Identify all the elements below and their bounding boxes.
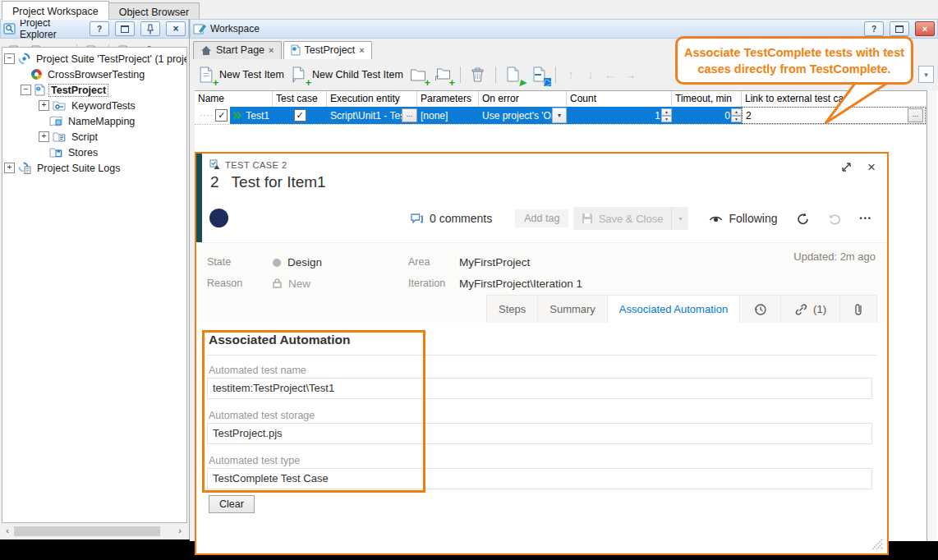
tab-label: Start Page bbox=[216, 44, 264, 56]
count-cell[interactable]: 1 ▲▼ bbox=[567, 107, 672, 124]
help-button[interactable]: ? bbox=[90, 21, 109, 36]
column-header-parameters[interactable]: Parameters bbox=[417, 91, 479, 108]
tab-links[interactable]: (1) bbox=[780, 295, 840, 323]
close-tab-icon[interactable]: × bbox=[269, 45, 274, 55]
tab-start-page[interactable]: Start Page × bbox=[193, 41, 282, 59]
spin-up-icon[interactable]: ▲ bbox=[731, 108, 742, 116]
area-value[interactable]: MyFirstProject bbox=[459, 256, 530, 269]
tree-item-project-suite-logs[interactable]: + Project Suite Logs bbox=[2, 160, 186, 176]
close-workspace-button[interactable]: × bbox=[915, 21, 935, 36]
spin-down-icon[interactable]: ▼ bbox=[661, 116, 672, 123]
column-header-on-error[interactable]: On error bbox=[479, 91, 567, 108]
move-right-button[interactable]: → bbox=[623, 67, 637, 81]
move-down-button[interactable]: ↓ bbox=[583, 67, 598, 81]
spin-up-icon[interactable]: ▲ bbox=[661, 108, 672, 116]
column-header-test-case[interactable]: Test case bbox=[273, 91, 327, 108]
tab-history[interactable] bbox=[739, 295, 781, 323]
tree-item-namemapping[interactable]: NameMapping bbox=[2, 113, 186, 129]
assignee-avatar[interactable] bbox=[209, 209, 228, 227]
new-group-button[interactable]: + bbox=[408, 65, 428, 85]
column-header-count[interactable]: Count bbox=[567, 91, 672, 108]
tab-object-browser[interactable]: Object Browser bbox=[108, 2, 200, 21]
move-up-button[interactable]: ↑ bbox=[563, 67, 578, 81]
new-test-item-button[interactable]: + New Test Item bbox=[196, 65, 284, 85]
browse-ellipsis-button[interactable]: ... bbox=[402, 108, 417, 122]
spin-down-icon[interactable]: ▼ bbox=[731, 116, 742, 123]
collapse-expander-icon[interactable]: − bbox=[4, 53, 15, 64]
collapse-expander-icon[interactable]: − bbox=[21, 85, 31, 95]
execution-entity-cell[interactable]: Script\Unit1 - Test1 ... bbox=[327, 107, 417, 124]
tab-project-workspace[interactable]: Project Workspace bbox=[2, 1, 109, 20]
delete-button[interactable] bbox=[468, 65, 488, 85]
tree-item-testproject[interactable]: − TestProject bbox=[2, 82, 186, 98]
close-tab-icon[interactable]: × bbox=[359, 45, 364, 55]
new-child-group-button[interactable]: + bbox=[433, 65, 453, 85]
undo-button[interactable] bbox=[828, 213, 842, 225]
clear-button[interactable]: Clear bbox=[209, 495, 255, 513]
scrollbar-thumb[interactable] bbox=[14, 526, 160, 536]
more-options-button[interactable]: ••• bbox=[860, 214, 872, 223]
save-dropdown-caret[interactable]: ▾ bbox=[671, 207, 688, 230]
enabled-checkbox[interactable]: ✓ bbox=[215, 109, 228, 122]
restore-button[interactable] bbox=[890, 21, 909, 36]
timeout-spinner[interactable]: ▲▼ bbox=[731, 108, 742, 122]
scroll-left-arrow[interactable]: ‹ bbox=[2, 526, 13, 537]
tab-steps[interactable]: Steps bbox=[486, 295, 538, 323]
expand-dialog-button[interactable] bbox=[840, 161, 853, 173]
save-and-close-button[interactable]: Save & Close ▾ bbox=[573, 207, 689, 230]
work-item-title-row[interactable]: 2 Test for Item1 bbox=[210, 173, 326, 191]
run-badge-icon: ▶ bbox=[544, 78, 550, 86]
automated-test-type-field[interactable]: TestComplete Test Case bbox=[207, 468, 872, 489]
expand-expander-icon[interactable]: + bbox=[39, 100, 49, 111]
test-case-cell[interactable]: ✓ bbox=[273, 107, 327, 124]
add-tag-button[interactable]: Add tag bbox=[515, 209, 568, 227]
toolbar-overflow-button[interactable]: ▾ bbox=[918, 66, 934, 83]
tree-item-crossbrowsertesting[interactable]: CrossBrowserTesting bbox=[2, 67, 186, 82]
close-panel-button[interactable]: × bbox=[166, 21, 186, 36]
tree-item-stores[interactable]: Stores bbox=[2, 145, 186, 160]
new-child-test-item-button[interactable]: + New Child Test Item bbox=[289, 65, 403, 85]
parameters-cell[interactable]: [none] bbox=[417, 107, 479, 124]
tab-attachments[interactable] bbox=[839, 295, 877, 323]
following-button[interactable]: Following bbox=[709, 212, 777, 225]
timeout-cell[interactable]: 0 ▲▼ bbox=[672, 107, 742, 124]
automated-test-storage-field[interactable]: TestProject.pjs bbox=[207, 423, 872, 444]
on-error-cell[interactable]: Use project's 'On e... ▾ bbox=[479, 107, 567, 124]
automated-test-name-field[interactable]: testitem:TestProject\Test1 bbox=[207, 378, 872, 399]
move-left-button[interactable]: ← bbox=[603, 67, 618, 81]
pin-button[interactable] bbox=[140, 21, 160, 36]
column-header-name[interactable]: Name bbox=[195, 91, 273, 108]
expand-expander-icon[interactable]: + bbox=[39, 131, 49, 142]
help-button[interactable]: ? bbox=[864, 21, 884, 36]
dropdown-button[interactable]: ▾ bbox=[552, 108, 567, 123]
resize-grip[interactable] bbox=[869, 536, 884, 551]
following-label: Following bbox=[729, 212, 777, 225]
browse-ellipsis-button[interactable]: ... bbox=[908, 108, 923, 122]
refresh-button[interactable] bbox=[796, 212, 810, 226]
test-case-checkbox[interactable]: ✓ bbox=[294, 109, 306, 122]
tree-item-script[interactable]: + Script bbox=[2, 129, 186, 145]
close-dialog-button[interactable]: × bbox=[867, 161, 876, 173]
column-header-timeout[interactable]: Timeout, min bbox=[672, 91, 742, 108]
test-case-dialog: TEST CASE 2 × 2 Test for Item1 0 comment… bbox=[195, 152, 889, 555]
restore-button[interactable] bbox=[115, 21, 135, 36]
horizontal-scrollbar[interactable]: ‹ › bbox=[2, 526, 186, 537]
column-header-execution-entity[interactable]: Execution entity bbox=[327, 91, 417, 108]
count-spinner[interactable]: ▲▼ bbox=[661, 108, 672, 122]
tree-item-keywordtests[interactable]: + KeywordTests bbox=[2, 98, 186, 113]
state-value[interactable]: Design bbox=[273, 256, 322, 269]
lock-icon bbox=[273, 278, 282, 288]
tab-testproject[interactable]: TestProject × bbox=[283, 41, 372, 59]
comments-button[interactable]: 0 comments bbox=[410, 212, 492, 225]
run-selected-button[interactable]: ▶ bbox=[528, 65, 548, 85]
links-count: (1) bbox=[813, 303, 826, 315]
iteration-value[interactable]: MyFirstProject\Iteration 1 bbox=[459, 278, 582, 290]
tab-associated-automation[interactable]: Associated Automation bbox=[607, 295, 740, 323]
tree-item-project-suite[interactable]: − Project Suite 'TestProject' (1 project… bbox=[2, 51, 186, 67]
vertical-scrollbar[interactable] bbox=[927, 90, 938, 541]
expand-expander-icon[interactable]: + bbox=[4, 163, 15, 173]
tab-summary[interactable]: Summary bbox=[537, 295, 608, 323]
scroll-right-arrow[interactable]: › bbox=[174, 526, 186, 537]
run-test-item-button[interactable]: ▶ bbox=[503, 65, 523, 85]
workspace-icon bbox=[193, 23, 206, 34]
